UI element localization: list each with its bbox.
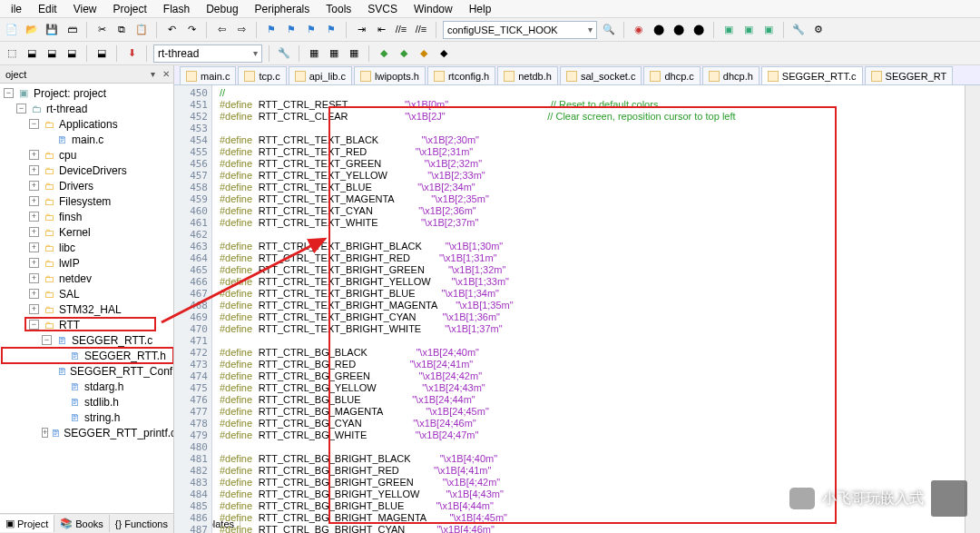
remove-bp-icon[interactable]: ⬤ (691, 22, 707, 38)
file-tab-api_lib.c[interactable]: api_lib.c (289, 66, 352, 84)
menu-svcs[interactable]: SVCS (360, 1, 405, 17)
window1-icon[interactable]: ▣ (720, 22, 737, 38)
file-tab-SEGGER_RTT.c[interactable]: SEGGER_RTT.c (761, 66, 863, 84)
pack-inst-icon[interactable]: ◆ (376, 45, 392, 62)
menu-ile[interactable]: ile (4, 1, 29, 17)
code-editor[interactable]: 450 451 452 453 454 455 456 457 458 459 … (174, 85, 980, 533)
tree-group-stm32_hal[interactable]: +🗀STM32_HAL (2, 301, 173, 317)
window3-icon[interactable]: ▣ (760, 22, 777, 38)
new-file-icon[interactable]: 📄 (4, 22, 20, 38)
file-tab-dhcp.h[interactable]: dhcp.h (702, 66, 760, 84)
menu-peripherals[interactable]: Peripherals (248, 1, 318, 17)
target-combo[interactable]: rt-thread (153, 44, 262, 63)
indent-icon[interactable]: ⇥ (353, 22, 369, 38)
tree-group-lwip[interactable]: +🗀lwIP (2, 255, 173, 271)
pack-inst4-icon[interactable]: ◆ (436, 45, 452, 62)
tree-group-filesystem[interactable]: +🗀Filesystem (2, 193, 173, 209)
build-batch-icon[interactable]: ⬓ (64, 45, 80, 62)
debug-icon[interactable]: ◉ (631, 22, 647, 38)
tree-group-finsh[interactable]: +🗀finsh (2, 209, 173, 224)
tree-file-stdarg.h[interactable]: 🖹stdarg.h (2, 379, 173, 394)
panel-tab-functions[interactable]: {}Functions (110, 516, 174, 532)
file-tab-dhcp.c[interactable]: dhcp.c (643, 66, 700, 84)
save-icon[interactable]: 💾 (44, 22, 60, 38)
build-icon[interactable]: ⬓ (24, 45, 40, 62)
pack-inst3-icon[interactable]: ◆ (416, 45, 432, 62)
tree-group-sal[interactable]: +🗀SAL (2, 286, 173, 301)
menu-flash[interactable]: Flash (156, 1, 197, 17)
panel-tab-books[interactable]: 📚Books (54, 515, 110, 532)
panel-close-icon[interactable]: ✕ (162, 69, 170, 79)
outdent-icon[interactable]: ⇤ (373, 22, 389, 38)
redo-icon[interactable]: ↷ (183, 22, 200, 38)
tree-file-stdlib.h[interactable]: 🖹stdlib.h (2, 394, 173, 410)
tree-target[interactable]: −🗀rt-thread (2, 101, 173, 116)
tree-file-SEGGER_RTT_printf.c[interactable]: +🖹SEGGER_RTT_printf.c (2, 425, 173, 440)
file-tab-main.c[interactable]: main.c (180, 66, 236, 84)
file-tab-sal_socket.c[interactable]: sal_socket.c (560, 66, 642, 84)
panel-tab-project[interactable]: ▣Project (0, 515, 54, 532)
bookmark-icon[interactable]: ⚑ (263, 22, 279, 38)
nav-back-icon[interactable]: ⇦ (213, 22, 230, 38)
manage-proj-icon[interactable]: ▦ (306, 45, 322, 62)
vertical-scrollbar[interactable] (965, 85, 980, 533)
window2-icon[interactable]: ▣ (740, 22, 757, 38)
tree-file-string.h[interactable]: 🖹string.h (2, 410, 173, 425)
pack-inst2-icon[interactable]: ◆ (396, 45, 412, 62)
open-file-icon[interactable]: 📂 (24, 22, 40, 38)
tool-icon[interactable]: ⚙ (810, 22, 827, 38)
tree-group-libc[interactable]: +🗀libc (2, 240, 173, 255)
undo-icon[interactable]: ↶ (163, 22, 180, 38)
tree-group-drivers[interactable]: +🗀Drivers (2, 178, 173, 193)
tree-file-main.c[interactable]: 🖹main.c (2, 132, 173, 147)
cut-icon[interactable]: ✂ (93, 22, 110, 38)
translate-icon[interactable]: ⬚ (4, 45, 20, 62)
menu-help[interactable]: Help (462, 1, 499, 17)
menu-project[interactable]: Project (106, 1, 154, 17)
tree-group-devicedrivers[interactable]: +🗀DeviceDrivers (2, 163, 173, 178)
stop-build-icon[interactable]: ⬓ (93, 45, 110, 62)
manage-books-icon[interactable]: ▦ (326, 45, 342, 62)
manage-comp-icon[interactable]: ▦ (346, 45, 362, 62)
breakpoint-icon[interactable]: ⬤ (651, 22, 667, 38)
tree-file-SEGGER_RTT_Conf.h[interactable]: 🖹SEGGER_RTT_Conf.h (2, 363, 173, 379)
options-icon[interactable]: 🔧 (276, 45, 292, 62)
file-tab-SEGGER_RT[interactable]: SEGGER_RT (865, 66, 954, 84)
menu-window[interactable]: Window (407, 1, 460, 17)
file-tab-lwipopts.h[interactable]: lwipopts.h (354, 66, 426, 84)
file-tab-tcp.c[interactable]: tcp.c (238, 66, 286, 84)
panel-dropdown-icon[interactable]: ▾ (151, 69, 155, 79)
download-icon[interactable]: ⬇ (123, 45, 140, 62)
copy-icon[interactable]: ⧉ (113, 22, 130, 38)
tree-group-rtt[interactable]: −🗀RTT (2, 317, 173, 332)
tree-group-netdev[interactable]: +🗀netdev (2, 271, 173, 286)
project-tree[interactable]: −▣Project: project−🗀rt-thread−🗀Applicati… (0, 84, 173, 513)
config-icon[interactable]: 🔧 (790, 22, 807, 38)
bookmark-next-icon[interactable]: ⚑ (303, 22, 319, 38)
bookmark-prev-icon[interactable]: ⚑ (283, 22, 299, 38)
bookmark-clear-icon[interactable]: ⚑ (323, 22, 339, 38)
file-tab-netdb.h[interactable]: netdb.h (497, 66, 558, 84)
tree-group-kernel[interactable]: +🗀Kernel (2, 224, 173, 240)
tree-group-applications[interactable]: −🗀Applications (2, 116, 173, 132)
code-content[interactable]: // #define RTT_CTRL_RESET "\x1B[0m" // R… (212, 85, 965, 533)
file-tabs: main.ctcp.capi_lib.clwipopts.hrtconfig.h… (174, 65, 980, 85)
file-tab-rtconfig.h[interactable]: rtconfig.h (427, 66, 495, 84)
menu-view[interactable]: View (66, 1, 104, 17)
find-icon[interactable]: 🔍 (601, 22, 617, 38)
comment-icon[interactable]: //≡ (393, 22, 409, 38)
tree-file-SEGGER_RTT.h[interactable]: 🖹SEGGER_RTT.h (2, 348, 173, 363)
menu-tools[interactable]: Tools (318, 1, 358, 17)
tree-file-SEGGER_RTT.c[interactable]: −🖹SEGGER_RTT.c (2, 332, 173, 348)
menu-debug[interactable]: Debug (199, 1, 245, 17)
save-all-icon[interactable]: 🗃 (64, 22, 80, 38)
paste-icon[interactable]: 📋 (133, 22, 150, 38)
tree-root[interactable]: −▣Project: project (2, 85, 173, 101)
uncomment-icon[interactable]: //≡ (413, 22, 429, 38)
insert-bp-icon[interactable]: ⬤ (671, 22, 687, 38)
rebuild-icon[interactable]: ⬓ (44, 45, 60, 62)
tree-group-cpu[interactable]: +🗀cpu (2, 147, 173, 163)
find-combo[interactable]: configUSE_TICK_HOOK (443, 21, 597, 39)
menu-edit[interactable]: Edit (31, 1, 64, 17)
nav-fwd-icon[interactable]: ⇨ (233, 22, 250, 38)
